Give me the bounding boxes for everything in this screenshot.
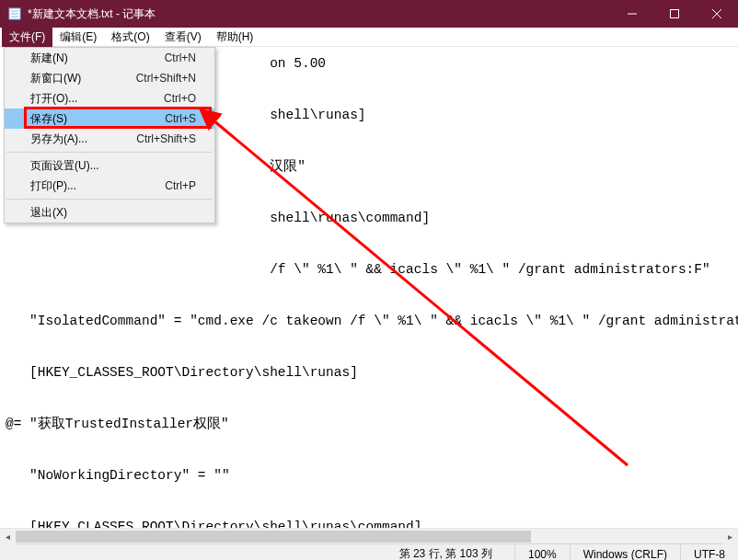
menu-item-label: 新窗口(W) [30,71,136,86]
menu-item-label: 页面设置(U)... [30,158,196,174]
menu-bar: 文件(F) 编辑(E) 格式(O) 查看(V) 帮助(H) [0,28,738,47]
menu-item-save-as[interactable]: 另存为(A)... Ctrl+Shift+S [5,129,214,149]
maximize-button[interactable] [653,0,696,28]
scroll-left-button[interactable]: ◂ [0,529,16,544]
status-encoding: UTF-8 [680,544,738,560]
status-line-ending: Windows (CRLF) [570,544,680,560]
window-title: *新建文本文档.txt - 记事本 [28,6,611,22]
menu-format[interactable]: 格式(O) [104,28,156,47]
menu-item-shortcut: Ctrl+Shift+S [136,132,196,145]
menu-item-label: 打开(O)... [30,91,164,107]
scroll-right-button[interactable]: ▸ [722,529,738,544]
menu-view[interactable]: 查看(V) [157,28,209,47]
menu-item-exit[interactable]: 退出(X) [5,202,214,223]
menu-file[interactable]: 文件(F) [2,28,52,47]
file-menu-dropdown: 新建(N) Ctrl+N 新窗口(W) Ctrl+Shift+N 打开(O)..… [4,47,215,223]
status-zoom: 100% [514,544,570,560]
menu-item-label: 打印(P)... [30,178,165,194]
window-controls [611,0,738,28]
menu-help[interactable]: 帮助(H) [209,28,261,47]
menu-item-label: 新建(N) [30,51,165,66]
client-area: on 5.00 shell\runas] 汉限" shell\runas\com… [0,47,738,543]
status-position: 第 23 行, 第 103 列 [399,544,514,560]
title-bar: *新建文本文档.txt - 记事本 [0,0,738,28]
menu-item-shortcut: Ctrl+O [164,92,196,105]
svg-rect-5 [671,10,679,18]
horizontal-scrollbar[interactable]: ◂ ▸ [0,528,738,543]
menu-item-save[interactable]: 保存(S) Ctrl+S [5,109,214,129]
menu-edit[interactable]: 编辑(E) [52,28,104,47]
menu-item-new[interactable]: 新建(N) Ctrl+N [5,48,214,68]
menu-item-label: 另存为(A)... [30,131,136,147]
scroll-thumb[interactable] [16,531,531,543]
menu-item-page-setup[interactable]: 页面设置(U)... [5,155,214,176]
menu-item-new-window[interactable]: 新窗口(W) Ctrl+Shift+N [5,68,214,88]
menu-item-label: 保存(S) [30,111,165,127]
menu-item-print[interactable]: 打印(P)... Ctrl+P [5,176,214,196]
notepad-icon [7,6,22,21]
menu-separator [6,152,213,153]
close-button[interactable] [696,0,738,28]
chevron-right-icon: ▸ [728,531,732,542]
minimize-icon [628,9,637,18]
minimize-button[interactable] [611,0,653,28]
maximize-icon [670,9,679,18]
close-icon [712,9,721,18]
scroll-track[interactable] [16,529,722,543]
menu-item-shortcut: Ctrl+N [165,51,196,64]
menu-item-shortcut: Ctrl+P [165,179,196,192]
menu-item-shortcut: Ctrl+Shift+N [136,72,196,85]
menu-item-label: 退出(X) [30,205,196,221]
menu-separator [6,199,213,200]
chevron-left-icon: ◂ [6,531,10,542]
menu-item-shortcut: Ctrl+S [165,112,196,125]
status-bar: 第 23 行, 第 103 列 100% Windows (CRLF) UTF-… [0,543,738,560]
menu-item-open[interactable]: 打开(O)... Ctrl+O [5,88,214,109]
